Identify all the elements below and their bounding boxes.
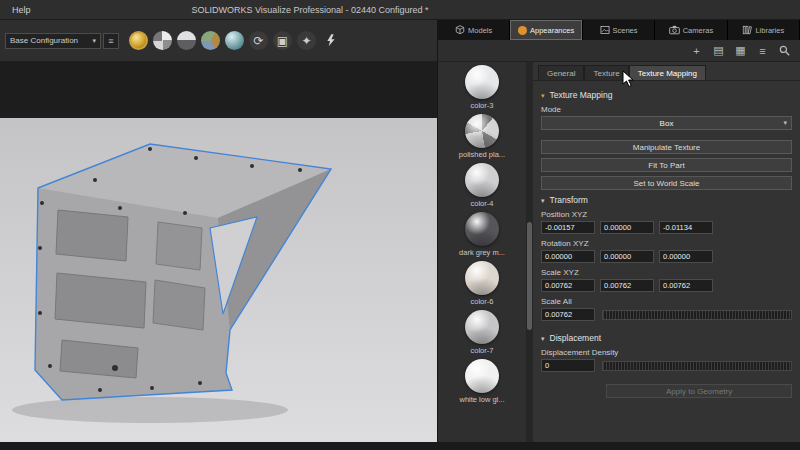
position-x-input[interactable] [541,221,595,234]
turntable-icon[interactable]: ⟳ [249,31,268,50]
material-name: white low gl... [459,395,504,404]
subtab-texture-mapping[interactable]: Texture Mapping [629,65,706,80]
part-render [0,118,437,442]
material-sphere [465,163,499,197]
mode-label: Mode [541,105,792,114]
apply-to-geometry-button[interactable]: Apply to Geometry [606,384,792,398]
viewport-letterbox [0,62,437,118]
material-sphere [465,310,499,344]
rotation-y-input[interactable] [600,250,654,263]
tab-models[interactable]: Models [438,20,510,40]
render-icon[interactable]: ▣ [273,31,292,50]
camera-icon [669,25,680,35]
collapse-triangle-icon: ▾ [541,92,545,99]
material-sphere [465,261,499,295]
library-books-icon [742,25,752,35]
scale-all-input[interactable] [541,308,595,321]
configuration-label: Base Configuration [10,36,78,45]
search-icon[interactable] [778,44,791,57]
list-item[interactable]: dark grey m... [459,212,505,257]
scale-z-input[interactable] [659,279,713,292]
material-name: polished pla... [459,150,505,159]
split-sphere-icon[interactable] [153,31,172,50]
tab-cameras[interactable]: Cameras [655,20,727,40]
scale-all-label: Scale All [541,297,792,306]
material-sphere-icon[interactable] [225,31,244,50]
rotation-x-input[interactable] [541,250,595,263]
tab-libraries[interactable]: Libraries [728,20,800,40]
mode-select[interactable]: Box ▾ [541,116,792,130]
section-transform[interactable]: ▾ Transform [541,195,792,205]
set-world-scale-button[interactable]: Set to World Scale [541,176,792,190]
configuration-select[interactable]: Base Configuration ▾ [5,33,101,49]
bottom-bar [0,442,800,450]
material-name: color-3 [471,101,494,110]
material-sphere [465,212,499,246]
panel-tab-bar: Models Appearances Scenes [438,20,800,40]
tab-appearances[interactable]: Appearances [510,20,582,40]
displacement-density-label: Displacement Density [541,348,792,357]
fit-to-part-button[interactable]: Fit To Part [541,158,792,172]
cube-icon [455,25,465,35]
list-item[interactable]: color-4 [465,163,499,208]
material-name: color-4 [471,199,494,208]
viewport-3d[interactable] [0,118,437,442]
denoiser-star-icon[interactable]: ✦ [297,31,316,50]
grid-view-icon[interactable]: ▦ [734,44,747,57]
material-sphere [465,65,499,99]
rotation-z-input[interactable] [659,250,713,263]
material-name: color-7 [471,346,494,355]
material-sphere [465,359,499,393]
appearance-sphere-icon [518,26,527,35]
subtab-general[interactable]: General [538,65,584,80]
scale-all-slider[interactable] [602,310,792,320]
collapse-triangle-icon: ▾ [541,335,545,342]
appearance-list: color-3 polished pla... color-4 dark gre… [438,62,526,442]
materials-scrollbar[interactable] [526,62,533,442]
title-bar: Help SOLIDWORKS Visualize Professional -… [0,0,800,20]
position-y-input[interactable] [600,221,654,234]
subtab-texture[interactable]: Texture [584,65,628,80]
window-title: SOLIDWORKS Visualize Professional - 0244… [0,5,620,15]
section-texture-mapping[interactable]: ▾ Texture Mapping [541,90,792,100]
chevron-down-icon: ▾ [92,37,96,45]
position-z-input[interactable] [659,221,713,234]
swatch-view-icon[interactable]: ▤ [712,44,725,57]
environment-icon[interactable] [177,31,196,50]
scale-x-input[interactable] [541,279,595,292]
tab-scenes[interactable]: Scenes [583,20,655,40]
scene-image-icon [600,25,610,35]
material-name: color-6 [471,297,494,306]
model-cube-icon[interactable] [201,31,220,50]
list-item[interactable]: color-3 [465,65,499,110]
position-label: Position XYZ [541,210,792,219]
gold-appearance-icon[interactable] [129,31,148,50]
appearance-properties: General Texture Texture Mapping ▾ Textur… [533,62,800,442]
section-displacement[interactable]: ▾ Displacement [541,333,792,343]
list-item[interactable]: white low gl... [459,359,504,404]
add-appearance-icon[interactable]: + [690,44,703,57]
chevron-down-icon: ▾ [783,119,787,127]
menu-icon: ≡ [108,36,113,46]
material-sphere [465,114,499,148]
collapse-triangle-icon: ▾ [541,197,545,204]
displacement-density-slider[interactable] [602,361,792,371]
list-item[interactable]: color-6 [465,261,499,306]
app-window: Help SOLIDWORKS Visualize Professional -… [0,0,800,450]
displacement-density-input[interactable] [541,359,595,372]
appearance-toolbar: + ▤ ▦ ≡ [438,40,800,62]
material-name: dark grey m... [459,248,505,257]
list-item[interactable]: color-7 [465,310,499,355]
left-column: Base Configuration ▾ ≡ ⟳ ▣ ✦ [0,20,437,442]
property-content: ▾ Texture Mapping Mode Box ▾ Manipulate … [533,80,800,442]
rotation-label: Rotation XYZ [541,239,792,248]
scale-y-input[interactable] [600,279,654,292]
list-item[interactable]: polished pla... [459,114,505,159]
main-toolbar: Base Configuration ▾ ≡ ⟳ ▣ ✦ [0,20,437,62]
quick-render-flash-icon[interactable] [326,34,335,47]
list-view-icon[interactable]: ≡ [756,44,769,57]
manipulate-texture-button[interactable]: Manipulate Texture [541,140,792,154]
scrollbar-thumb[interactable] [527,222,532,330]
tool-icon-row: ⟳ ▣ ✦ [129,31,316,50]
config-menu-button[interactable]: ≡ [103,33,119,49]
